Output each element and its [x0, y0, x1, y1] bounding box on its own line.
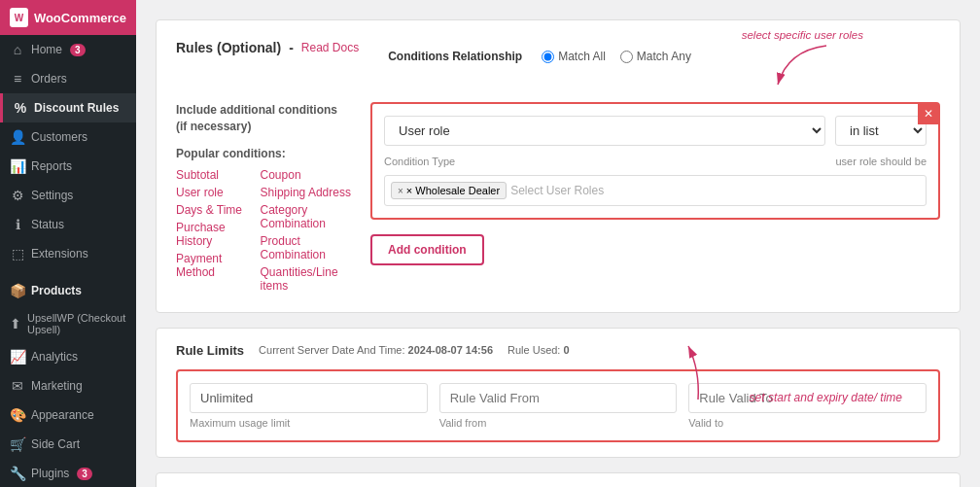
- right-panel: ✕ User role in list not in list Conditi: [370, 102, 940, 293]
- sidebar-item-label: Settings: [31, 189, 73, 202]
- valid-from-label: Valid from: [439, 417, 678, 429]
- sidebar-item-appearance[interactable]: 🎨 Appearance: [0, 400, 136, 430]
- payment-method-link[interactable]: Payment Method: [176, 252, 246, 279]
- sidebar-item-products[interactable]: 📦 Products: [0, 276, 136, 305]
- conditions-relationship-label: Conditions Relationship: [388, 50, 522, 63]
- sidebar-item-home[interactable]: ⌂ Home 3: [0, 35, 136, 64]
- valid-to-label: Valid to: [688, 417, 927, 429]
- match-all-radio[interactable]: [542, 51, 554, 63]
- quantities-link[interactable]: Quantities/Line items: [261, 265, 351, 293]
- condition-type-label: Condition Type: [384, 156, 816, 167]
- max-usage-field: Maximum usage limit: [190, 383, 428, 429]
- conditions-col-2: Coupon Shipping Address Category Combina…: [261, 168, 351, 293]
- category-combination-link[interactable]: Category Combination: [261, 203, 351, 230]
- sidebar-item-label: Status: [31, 218, 64, 231]
- rule-limits-header: Rule Limits Current Server Date And Time…: [176, 343, 940, 358]
- sidebar-item-status[interactable]: ℹ Status: [0, 210, 136, 239]
- match-all-option[interactable]: Match All: [542, 50, 606, 63]
- match-any-label: Match Any: [637, 50, 691, 63]
- match-any-radio[interactable]: [620, 51, 633, 63]
- days-time-link[interactable]: Days & Time: [176, 203, 246, 217]
- valid-from-input[interactable]: [439, 383, 678, 413]
- plugins-badge: 3: [77, 468, 92, 480]
- server-time-value: 2024-08-07 14:56: [408, 344, 493, 356]
- rule-used-label: Rule Used:: [508, 344, 560, 356]
- popular-conditions-header: Popular conditions:: [176, 147, 351, 160]
- products-icon: 📦: [10, 283, 25, 298]
- valid-to-input[interactable]: [688, 383, 927, 413]
- main-panel: Rules (Optional) - Read Docs Conditions …: [136, 0, 980, 487]
- extensions-icon: ⬚: [10, 246, 25, 261]
- rule-limits-section: Rule Limits Current Server Date And Time…: [156, 328, 961, 458]
- woocommerce-icon: W: [10, 8, 28, 27]
- sidebar-item-plugins[interactable]: 🔧 Plugins 3: [0, 459, 136, 487]
- main-content: Rules (Optional) - Read Docs Conditions …: [136, 0, 980, 487]
- sidebar-item-orders[interactable]: ≡ Orders: [0, 64, 136, 93]
- match-any-option[interactable]: Match Any: [620, 50, 691, 63]
- max-usage-label: Maximum usage limit: [190, 417, 428, 429]
- sidebar-item-side-cart[interactable]: 🛒 Side Cart: [0, 430, 136, 459]
- sidebar-item-settings[interactable]: ⚙ Settings: [0, 181, 136, 210]
- tag-label: × Wholesale Dealer: [406, 185, 500, 196]
- sidebar-item-reports[interactable]: 📊 Reports: [0, 152, 136, 181]
- marketing-icon: ✉: [10, 378, 25, 394]
- condition-operator-label: user role should be: [835, 156, 927, 167]
- popular-label: Popular conditions:: [176, 147, 286, 160]
- match-all-label: Match All: [558, 50, 606, 63]
- discount-bar-section: Discount Bar (optional) - Display discou…: [156, 472, 961, 487]
- sidebar-item-label: UpsellWP (Checkout Upsell): [27, 312, 126, 335]
- rules-section: Rules (Optional) - Read Docs Conditions …: [156, 19, 961, 313]
- analytics-icon: 📈: [10, 349, 25, 365]
- settings-icon: ⚙: [10, 188, 25, 203]
- server-time-label: Current Server Date And Time:: [259, 344, 404, 356]
- home-badge: 3: [70, 44, 86, 56]
- product-combination-link[interactable]: Product Combination: [261, 234, 351, 261]
- sidebar-item-label: Plugins: [31, 467, 69, 480]
- match-radio-group: Match All Match Any: [542, 50, 691, 63]
- wholesale-dealer-tag: × × Wholesale Dealer: [391, 182, 507, 199]
- discount-icon: %: [13, 100, 28, 116]
- add-condition-button[interactable]: Add condition: [370, 234, 484, 265]
- sidebar-item-marketing[interactable]: ✉ Marketing: [0, 371, 136, 400]
- side-cart-icon: 🛒: [10, 436, 25, 452]
- condition-labels: Condition Type user role should be: [384, 156, 927, 167]
- shipping-address-link[interactable]: Shipping Address: [261, 186, 351, 199]
- tag-remove-icon[interactable]: ×: [398, 186, 403, 196]
- sidebar-logo: W WooCommerce: [0, 0, 136, 35]
- tag-input-area[interactable]: × × Wholesale Dealer Select User Roles: [384, 175, 927, 206]
- limits-row: Maximum usage limit Valid from Valid to: [176, 369, 940, 442]
- left-panel: Include additional conditions (if necess…: [176, 102, 351, 293]
- conditions-col-1: Subtotal User role Days & Time Purchase …: [176, 168, 246, 293]
- condition-box: ✕ User role in list not in list Conditi: [370, 102, 940, 220]
- sidebar-item-analytics[interactable]: 📈 Analytics: [0, 342, 136, 371]
- sidebar-item-discount-rules[interactable]: % Discount Rules: [0, 93, 136, 122]
- orders-icon: ≡: [10, 71, 25, 87]
- sidebar-item-label: Products: [31, 284, 82, 297]
- close-condition-button[interactable]: ✕: [918, 103, 939, 124]
- sidebar-logo-label: WooCommerce: [34, 11, 126, 25]
- sidebar-item-label: Home: [31, 43, 62, 56]
- select-roles-placeholder: Select User Roles: [510, 184, 604, 197]
- home-icon: ⌂: [10, 42, 25, 57]
- conditions-relationship: Conditions Relationship Match All Match …: [388, 40, 940, 73]
- sidebar-item-label: Customers: [31, 130, 88, 144]
- rule-used-value: 0: [564, 344, 570, 356]
- coupon-link[interactable]: Coupon: [261, 168, 351, 182]
- sidebar-item-label: Analytics: [31, 350, 78, 364]
- purchase-history-link[interactable]: Purchase History: [176, 221, 246, 248]
- sidebar: W WooCommerce ⌂ Home 3 ≡ Orders % Discou…: [0, 0, 136, 487]
- read-docs-link[interactable]: Read Docs: [301, 41, 359, 54]
- rule-used: Rule Used: 0: [508, 344, 570, 356]
- sidebar-item-customers[interactable]: 👤 Customers: [0, 122, 136, 152]
- upsell-icon: ⬆: [10, 316, 21, 331]
- customers-icon: 👤: [10, 129, 25, 145]
- user-role-link[interactable]: User role: [176, 186, 246, 199]
- subtotal-link[interactable]: Subtotal: [176, 168, 246, 182]
- max-usage-input[interactable]: [190, 383, 428, 413]
- condition-type-select[interactable]: User role: [384, 116, 825, 146]
- condition-row: User role in list not in list: [384, 116, 927, 146]
- sidebar-item-upsellwp[interactable]: ⬆ UpsellWP (Checkout Upsell): [0, 305, 136, 342]
- appearance-icon: 🎨: [10, 407, 25, 423]
- condition-operator-select[interactable]: in list not in list: [835, 116, 927, 146]
- sidebar-item-extensions[interactable]: ⬚ Extensions: [0, 239, 136, 268]
